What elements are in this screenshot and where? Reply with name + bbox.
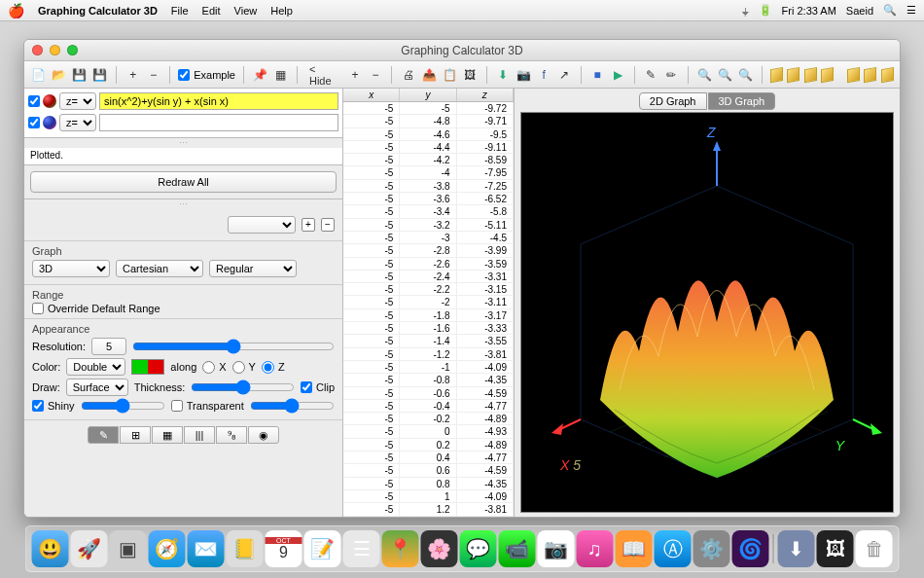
view5-icon[interactable] [847, 66, 860, 82]
notes-icon[interactable]: 📝 [304, 530, 341, 567]
menu-help[interactable]: Help [270, 5, 293, 17]
messages-icon[interactable]: 💬 [460, 530, 497, 567]
panel-tab-labels[interactable]: ⁹₈ [216, 426, 247, 444]
photos-icon[interactable]: 🌸 [421, 530, 458, 567]
open-icon[interactable]: 📂 [51, 66, 67, 84]
tab-3d-graph[interactable]: 3D Graph [708, 92, 776, 110]
color-ball-icon[interactable] [43, 94, 56, 108]
doc-icon[interactable]: 🖼 [817, 530, 854, 567]
zoom-fit-icon[interactable]: 🔍 [737, 66, 754, 84]
table-row[interactable]: -5-1.2-3.81 [343, 348, 514, 361]
minus-icon[interactable]: − [145, 66, 161, 84]
table-row[interactable]: -5-1-4.09 [343, 361, 514, 374]
table-row[interactable]: -50-4.93 [343, 425, 514, 438]
menu-file[interactable]: File [171, 5, 189, 17]
calendar-icon[interactable]: OCT9 [266, 530, 302, 567]
mail-icon[interactable]: ✉️ [188, 530, 225, 567]
view7-icon[interactable] [881, 66, 894, 82]
table-row[interactable]: -51-4.09 [343, 490, 514, 503]
hide-button[interactable]: < Hide [305, 66, 342, 84]
view3-icon[interactable] [804, 66, 817, 82]
table-row[interactable]: -5-4-7.95 [343, 166, 514, 179]
resolution-input[interactable] [91, 338, 126, 355]
table-row[interactable]: -50.8-4.35 [343, 478, 514, 490]
table-row[interactable]: -5-1.4-3.55 [343, 335, 514, 347]
preset-add-button[interactable]: + [302, 218, 315, 232]
panel-tab-settings[interactable]: ◉ [248, 426, 279, 444]
table-row[interactable]: -5-3-4.5 [343, 232, 514, 244]
safari-icon[interactable]: 🧭 [149, 530, 186, 567]
table-row[interactable]: -5-2.4-3.31 [343, 271, 514, 283]
tab-2d-graph[interactable]: 2D Graph [639, 92, 707, 110]
table-row[interactable]: -5-4.6-9.5 [343, 128, 514, 141]
view1-icon[interactable] [770, 66, 783, 82]
panel-tab-colors[interactable]: ||| [184, 426, 215, 444]
eq-visible-checkbox[interactable] [28, 117, 40, 128]
image-icon[interactable]: 🖼 [462, 66, 479, 84]
copy-icon[interactable]: 📋 [442, 66, 458, 84]
photobooth-icon[interactable]: 📷 [538, 530, 575, 567]
dimension-select[interactable]: 3D [32, 260, 110, 277]
table-row[interactable]: -5-0.6-4.59 [343, 387, 514, 400]
itunes-icon[interactable]: ♫ [577, 530, 614, 567]
resolution-slider[interactable] [132, 340, 335, 353]
contacts-icon[interactable]: 📒 [227, 530, 264, 567]
table-row[interactable]: -5-3.2-5.11 [343, 219, 514, 232]
reminders-icon[interactable]: ☰ [343, 530, 380, 567]
table-row[interactable]: -5-1.6-3.33 [343, 322, 514, 335]
zoom-out-icon[interactable]: 🔍 [717, 66, 733, 84]
table-row[interactable]: -5-0.4-4.77 [343, 400, 514, 413]
apple-menu[interactable]: 🍎 [8, 3, 24, 18]
col-header[interactable]: x [343, 89, 400, 101]
launchpad-icon[interactable]: 🚀 [71, 530, 108, 567]
appstore-icon[interactable]: Ⓐ [655, 530, 692, 567]
view6-icon[interactable] [864, 66, 876, 82]
maps-icon[interactable]: 📍 [382, 530, 419, 567]
axis-z-radio[interactable] [262, 361, 274, 374]
view4-icon[interactable] [821, 66, 834, 82]
coord-select[interactable]: Cartesian [116, 260, 203, 277]
color-ball-icon[interactable] [43, 116, 56, 129]
eq-expression-input[interactable] [99, 114, 338, 131]
menu-edit[interactable]: Edit [202, 5, 221, 17]
table-row[interactable]: -5-4.8-9.71 [343, 115, 514, 127]
facebook-icon[interactable]: f [536, 66, 552, 84]
color-swatch[interactable] [131, 359, 164, 375]
preset-select[interactable] [228, 216, 296, 234]
clip-checkbox[interactable] [301, 381, 312, 393]
ibooks-icon[interactable]: 📖 [616, 530, 653, 567]
table-row[interactable]: -5-2.6-3.59 [343, 258, 514, 271]
saveall-icon[interactable]: 💾 [91, 66, 108, 84]
table-row[interactable]: -5-0.8-4.35 [343, 374, 514, 386]
play-icon[interactable]: ▶ [610, 66, 626, 84]
add-icon[interactable]: + [346, 66, 363, 84]
axis-x-radio[interactable] [202, 361, 215, 374]
panel-tab-table[interactable]: ▦ [152, 426, 183, 444]
remove-icon[interactable]: − [367, 66, 383, 84]
table-row[interactable]: -51.2-3.81 [343, 503, 514, 516]
example-checkbox[interactable] [178, 69, 190, 81]
table-row[interactable]: -50.6-4.59 [343, 464, 514, 477]
axis-y-radio[interactable] [232, 361, 245, 374]
table-row[interactable]: -5-4.2-8.59 [343, 154, 514, 166]
type-select[interactable]: Regular [209, 260, 297, 277]
notifications-icon[interactable]: ☰ [906, 4, 916, 17]
table-row[interactable]: -5-5-9.72 [343, 102, 514, 115]
app-menu[interactable]: Graphing Calculator 3D [38, 5, 158, 17]
thickness-slider[interactable] [191, 380, 295, 394]
eq-expression-input[interactable] [99, 92, 338, 110]
preset-remove-button[interactable]: − [321, 218, 335, 232]
table-row[interactable]: -5-2.8-3.99 [343, 244, 514, 257]
finder-icon[interactable]: 😃 [32, 530, 69, 567]
print-icon[interactable]: 🖨 [400, 66, 416, 84]
col-header[interactable]: z [457, 89, 514, 101]
plus-icon[interactable]: + [124, 66, 141, 84]
table-row[interactable]: -5-3.8-7.25 [343, 180, 514, 193]
clock[interactable]: Fri 2:33 AM [782, 5, 836, 17]
share-icon[interactable]: ↗ [556, 66, 573, 84]
pen-icon[interactable]: ✏ [663, 66, 680, 84]
preferences-icon[interactable]: ⚙️ [693, 530, 730, 567]
table-row[interactable]: -5-4.4-9.11 [343, 141, 514, 154]
download-icon[interactable]: ⬇ [495, 66, 512, 84]
eq-visible-checkbox[interactable] [28, 95, 40, 107]
